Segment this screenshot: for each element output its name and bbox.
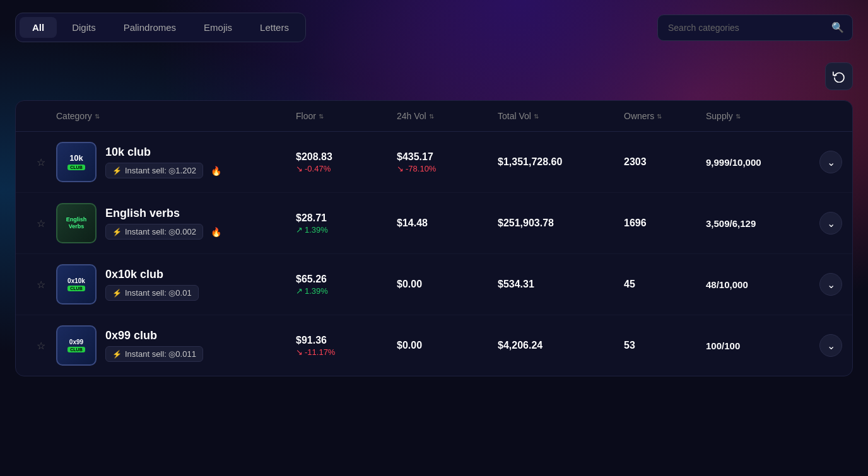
owners-cell-4: 53 <box>624 340 706 351</box>
table-row: ☆ 0x99 CLUB 0x99 club ⚡ Instant sell: ◎0… <box>16 315 852 376</box>
totalvol-cell-4: $4,206.24 <box>498 340 624 351</box>
arrow-down-4: ↘ <box>296 347 303 357</box>
sort-icon-supply: ⇅ <box>736 113 741 120</box>
expand-button-1[interactable] <box>819 151 842 173</box>
refresh-icon <box>833 70 845 83</box>
chevron-down-icon-2 <box>827 218 835 229</box>
vol24h-cell-3: $0.00 <box>397 279 498 290</box>
floor-change-2: ↗ 1.39% <box>296 225 397 235</box>
table-header: Category ⇅ Floor ⇅ 24h Vol ⇅ Total Vol ⇅… <box>16 101 852 132</box>
cat-info-4: 0x99 club ⚡ Instant sell: ◎0.011 <box>105 329 203 362</box>
floor-change-4: ↘ -11.17% <box>296 347 397 357</box>
vol24h-val-3: $0.00 <box>397 279 498 290</box>
vol24h-cell-2: $14.48 <box>397 218 498 229</box>
floor-cell-3: $65.26 ↗ 1.39% <box>296 274 397 296</box>
vol24h-val-4: $0.00 <box>397 340 498 351</box>
category-icon-4: 0x99 CLUB <box>56 325 97 366</box>
bolt-icon-3: ⚡ <box>112 289 122 298</box>
chevron-down-icon-3 <box>827 279 835 291</box>
cat-name-2: English verbs <box>105 207 221 220</box>
col-owners: Owners ⇅ <box>624 111 706 121</box>
bolt-icon-1: ⚡ <box>112 166 122 175</box>
bolt-icon-4: ⚡ <box>112 350 122 359</box>
favorite-button-3[interactable]: ☆ <box>26 276 56 293</box>
category-tabs: All Digits Palindromes Emojis Letters <box>15 13 306 42</box>
refresh-btn-wrap <box>15 62 853 90</box>
favorite-button-2[interactable]: ☆ <box>26 215 56 232</box>
tab-letters[interactable]: Letters <box>247 17 302 38</box>
cat-info-1: 10k club ⚡ Instant sell: ◎1.202 🔥 <box>105 146 221 178</box>
floor-price-2: $28.71 <box>296 212 397 224</box>
supply-cell-1: 9,999/10,000 <box>706 157 819 168</box>
supply-cell-2: 3,509/6,129 <box>706 218 819 229</box>
floor-cell-2: $28.71 ↗ 1.39% <box>296 212 397 235</box>
cat-info-3: 0x10k club ⚡ Instant sell: ◎0.01 <box>105 268 199 301</box>
owners-cell-3: 45 <box>624 279 706 290</box>
refresh-button[interactable] <box>825 62 853 90</box>
col-floor: Floor ⇅ <box>296 111 397 121</box>
arrow-down-vol-1: ↘ <box>397 164 404 173</box>
vol24h-val-1: $435.17 <box>397 151 498 163</box>
table-row: ☆ English Verbs English verbs ⚡ Instant … <box>16 193 852 254</box>
category-cell-4: 0x99 CLUB 0x99 club ⚡ Instant sell: ◎0.0… <box>56 325 296 366</box>
arrow-up-2: ↗ <box>296 225 303 235</box>
cat-info-2: English verbs ⚡ Instant sell: ◎0.002 🔥 <box>105 207 221 240</box>
floor-price-4: $91.36 <box>296 335 397 346</box>
icon-badge-0x10k: CLUB <box>67 286 85 291</box>
expand-button-3[interactable] <box>819 273 842 296</box>
sort-icon-category: ⇅ <box>95 113 100 120</box>
floor-price-1: $208.83 <box>296 151 397 163</box>
owners-cell-2: 1696 <box>624 218 706 229</box>
vol24h-cell-4: $0.00 <box>397 340 498 351</box>
favorite-button-1[interactable]: ☆ <box>26 154 56 171</box>
arrow-down-1: ↘ <box>296 164 303 173</box>
floor-cell-1: $208.83 ↘ -0.47% <box>296 151 397 173</box>
tab-emojis[interactable]: Emojis <box>191 17 245 38</box>
instant-sell-3: ⚡ Instant sell: ◎0.01 <box>105 285 199 301</box>
icon-label-0x99: 0x99 <box>67 339 85 345</box>
tab-digits[interactable]: Digits <box>59 17 108 38</box>
category-icon-1: 10k CLUB <box>56 142 97 182</box>
col-vol24h: 24h Vol ⇅ <box>397 111 498 121</box>
vol24h-change-1: ↘ -78.10% <box>397 164 498 173</box>
supply-cell-4: 100/100 <box>706 340 819 351</box>
cat-name-3: 0x10k club <box>105 268 199 281</box>
search-input[interactable] <box>657 15 853 41</box>
category-cell-1: 10k CLUB 10k club ⚡ Instant sell: ◎1.202… <box>56 142 296 182</box>
col-supply: Supply ⇅ <box>706 111 819 121</box>
cat-name-4: 0x99 club <box>105 329 203 342</box>
owners-cell-1: 2303 <box>624 156 706 168</box>
fire-icon-1: 🔥 <box>211 166 221 176</box>
search-box: 🔍 <box>657 15 853 41</box>
icon-label-0x10k: 0x10k <box>67 277 85 284</box>
bolt-icon-2: ⚡ <box>112 228 122 236</box>
totalvol-cell-2: $251,903.78 <box>498 218 624 229</box>
instant-sell-2: ⚡ Instant sell: ◎0.002 <box>105 224 203 240</box>
category-cell-2: English Verbs English verbs ⚡ Instant se… <box>56 203 296 243</box>
tab-all[interactable]: All <box>20 17 57 38</box>
expand-button-4[interactable] <box>819 334 842 357</box>
cat-name-1: 10k club <box>105 146 221 159</box>
tab-palindromes[interactable]: Palindromes <box>111 17 189 38</box>
favorite-button-4[interactable]: ☆ <box>26 337 56 354</box>
sort-icon-vol24h: ⇅ <box>429 113 434 120</box>
sort-icon-floor: ⇅ <box>319 113 324 120</box>
icon-badge-10k: CLUB <box>67 165 85 170</box>
page: All Digits Palindromes Emojis Letters 🔍 … <box>0 0 868 389</box>
chevron-down-icon-1 <box>827 156 835 168</box>
table-row: ☆ 0x10k CLUB 0x10k club ⚡ Instant sell: … <box>16 254 852 315</box>
vol24h-val-2: $14.48 <box>397 218 498 229</box>
floor-change-3: ↗ 1.39% <box>296 286 397 296</box>
floor-price-3: $65.26 <box>296 274 397 285</box>
category-icon-3: 0x10k CLUB <box>56 264 97 305</box>
icon-label-verbs: English <box>66 217 87 223</box>
fire-icon-2: 🔥 <box>211 227 221 237</box>
category-cell-3: 0x10k CLUB 0x10k club ⚡ Instant sell: ◎0… <box>56 264 296 305</box>
vol24h-cell-1: $435.17 ↘ -78.10% <box>397 151 498 173</box>
totalvol-cell-3: $534.31 <box>498 279 624 290</box>
sort-icon-owners: ⇅ <box>657 113 662 120</box>
instant-sell-4: ⚡ Instant sell: ◎0.011 <box>105 346 203 362</box>
search-icon: 🔍 <box>831 21 844 33</box>
expand-button-2[interactable] <box>819 212 842 235</box>
icon-sublabel-verbs: Verbs <box>66 223 87 229</box>
